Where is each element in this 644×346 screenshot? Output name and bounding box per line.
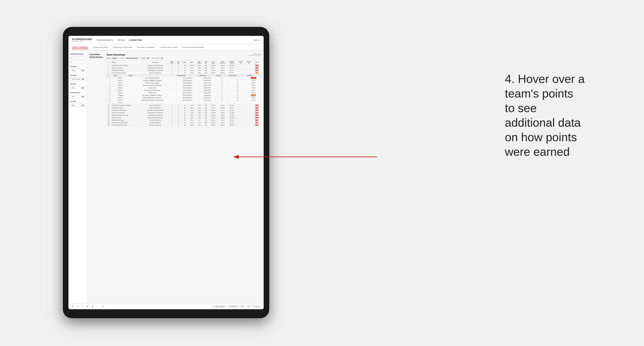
- nav-tournaments[interactable]: TOURNAMENTS: [96, 38, 113, 42]
- redo-button[interactable]: ↪: [76, 305, 80, 308]
- sidebar-select-school[interactable]: (All): [70, 104, 85, 107]
- expanded-row: # Team Event Event Division Event Type R…: [106, 74, 261, 104]
- sidebar-section-region: Region N/A: [70, 83, 85, 89]
- standings-title: Team Standings: [106, 53, 125, 56]
- tab-team-h2h-grid[interactable]: TEAM H2H GRID: [93, 46, 108, 49]
- points-badge[interactable]: 88.71: [255, 117, 258, 118]
- table-row[interactable]: 21University of AlabamaSoutheastern Conf…: [106, 112, 261, 114]
- exp-col-wpts: W Points: [246, 74, 261, 77]
- back-button[interactable]: ‹: [82, 305, 84, 308]
- expanded-table-row[interactable]: 9Univers...National Invitational Tournam…: [107, 84, 261, 87]
- sidebar-select-conference[interactable]: (All): [70, 95, 85, 98]
- tab-player-h2h-grid[interactable]: PLAYER H2H GRID: [160, 46, 178, 49]
- points-badge[interactable]: 80.94: [255, 124, 258, 126]
- expanded-table-row[interactable]: 8Univers...Amer An IntercollegiateNCAA D…: [107, 82, 261, 84]
- undo-button[interactable]: ↩: [71, 305, 74, 308]
- tablet-screen: SCOREBOARD Powered by clippi TOURNAMENTS…: [68, 36, 264, 309]
- col-low-rnds: LowRnds 25: [218, 60, 227, 64]
- app-logo: SCOREBOARD: [72, 38, 92, 40]
- expanded-table-row[interactable]: 6Univers...Arizona State UniversityNCAA …: [107, 77, 261, 79]
- sidebar: Minimum Rounds Gender Men's Division NC: [68, 51, 87, 303]
- main-nav: TOURNAMENTS TEAMS COMMITTEE: [96, 38, 253, 42]
- table-row[interactable]: 20University of New MexicoMountain West …: [106, 109, 261, 112]
- col-school: School: [111, 60, 142, 64]
- tab-player-summary[interactable]: PLAYER SUMMARY: [137, 46, 155, 49]
- col-low-score: LowScore: [209, 60, 218, 64]
- col-vs25: Vs Top25: [236, 60, 245, 64]
- exp-col-rounds: Rounds: [216, 74, 228, 77]
- expanded-table-row[interactable]: 15East Ter...DFCC Fighting Illini Invita…: [107, 97, 261, 99]
- table-row[interactable]: 26The Ohio State UniversityBig Ten Confe…: [106, 124, 261, 126]
- nav-committee[interactable]: COMMITTEE: [129, 38, 142, 42]
- annotation-text: 4. Hover over ateam's pointsto seeadditi…: [505, 72, 630, 159]
- points-badge[interactable]: 88.48: [255, 112, 258, 113]
- table-row[interactable]: 25University of North FloridaASUN Confer…: [106, 122, 261, 124]
- expanded-table-row[interactable]: 13Univers...Williams CupNCAA Division IS…: [107, 92, 261, 94]
- tablet-device: SCOREBOARD Powered by clippi TOURNAMENTS…: [63, 27, 269, 318]
- sidebar-select-division[interactable]: NCAA Division I: [70, 78, 85, 81]
- exp-col-div: Event Division: [176, 74, 199, 77]
- table-row[interactable]: 23Duke UniversityAtlantic Coast Conferen…: [106, 117, 261, 119]
- col-conference: Conference: [142, 60, 168, 64]
- points-badge[interactable]: 83.89: [255, 122, 258, 123]
- points-badge[interactable]: 74.01: [255, 119, 258, 121]
- table-row[interactable]: 18University of California, BerkeleyPac-…: [106, 104, 261, 107]
- col-adj-score: Adj.Score: [196, 60, 203, 64]
- sign-out-link[interactable]: Sign out: [254, 39, 260, 41]
- table-row[interactable]: 3 Vanderbilt University Southeastern Con…: [106, 69, 261, 72]
- clock-button[interactable]: 🕐: [101, 305, 105, 308]
- points-badge[interactable]: 88.07: [255, 105, 258, 106]
- filter-division: Division: NCAA Division I: [120, 57, 138, 59]
- table-row[interactable]: 1 University of North Carolina Atlantic …: [106, 64, 261, 67]
- bottom-toolbar: ↩ ↪ ‹ ⚙ ⊕ ··· 🕐 📄 View: Original 👁 Watch…: [68, 303, 264, 309]
- tab-team-summary[interactable]: TEAM SUMMARY: [72, 46, 88, 49]
- standings-header: Team Standings Update time:13/03/2024 10…: [106, 53, 261, 56]
- app-header: SCOREBOARD Powered by clippi TOURNAMENTS…: [68, 36, 264, 44]
- expanded-table-row[interactable]: 12Florida I...The Cypress Point ClassicN…: [107, 89, 261, 92]
- col-bnds: Bnds: [182, 60, 188, 64]
- table-row[interactable]: 2 Auburn University Southeastern Confere…: [106, 67, 261, 69]
- nav-teams[interactable]: TEAMS: [117, 38, 125, 42]
- more-button[interactable]: ···: [96, 305, 100, 308]
- sidebar-select-gender[interactable]: Men's: [70, 69, 85, 72]
- view-original-button[interactable]: 📄 View: Original: [211, 305, 226, 308]
- table-row-highlighted[interactable]: 4 Arizona State University Pac-12 Confer…: [106, 72, 261, 74]
- toolbar-right: 📄 View: Original 👁 Watch ▾ 💬 ⊞ ↗ Share: [211, 305, 261, 308]
- sidebar-input-min-rounds-2[interactable]: [70, 60, 85, 63]
- expand-button[interactable]: ⊞: [246, 305, 250, 308]
- expanded-table-row[interactable]: 17Univers...: [107, 102, 261, 104]
- tab-team-h2h-heatmap[interactable]: TEAM H2H HEATMAP: [113, 46, 132, 49]
- tab-player-h2h-heatmap[interactable]: PLAYER H2H HEATMAP: [182, 46, 204, 49]
- table-row[interactable]: 19University of TexasBig 12 Conference 3…: [106, 107, 261, 109]
- expanded-table-row[interactable]: 14GeorgiaBen Hogan Collegiate Invitation…: [107, 94, 261, 97]
- sidebar-section-conference: Conference (All): [70, 92, 85, 98]
- filter-gender: Gender: Men's: [106, 57, 117, 59]
- sidebar-label-min-rounds: Minimum Rounds: [70, 53, 85, 55]
- expanded-table-row[interactable]: 16Univers...2023 Sahalee Players Champio…: [107, 99, 261, 102]
- col-wins: Wins: [188, 60, 196, 64]
- points-badge-highlighted[interactable]: 79.5: [256, 72, 258, 73]
- table-row[interactable]: 22Mississippi State UniversitySoutheaste…: [106, 114, 261, 117]
- points-badge[interactable]: 93.31: [255, 67, 258, 69]
- expanded-table-row[interactable]: 11Univers...Copper CupNCAA Division IMat…: [107, 87, 261, 89]
- sidebar-section-gender: Gender Men's: [70, 66, 85, 72]
- points-badge[interactable]: 88.49: [255, 110, 258, 111]
- points-badge[interactable]: 83.41: [255, 115, 258, 116]
- portal-header: CommitteePortal Review Team Standings Up…: [90, 53, 261, 126]
- settings-button[interactable]: ⚙: [86, 305, 89, 308]
- sidebar-section-min-rounds: Minimum Rounds: [70, 53, 85, 63]
- points-badge[interactable]: 88.70: [255, 107, 258, 108]
- table-row[interactable]: 24University of OregonPac-12 Conference …: [106, 119, 261, 122]
- copy-button[interactable]: ⊕: [91, 305, 94, 308]
- filter-region: Region: All: [141, 57, 149, 59]
- share-button[interactable]: ↗ Share: [252, 305, 261, 308]
- points-badge[interactable]: 90.20: [255, 70, 258, 71]
- expanded-table-row[interactable]: 7Univers...Southern Highlands Collegiate…: [107, 79, 261, 82]
- sidebar-input-min-rounds[interactable]: [70, 56, 85, 59]
- col-overall: OverallRecord: [227, 60, 236, 64]
- comment-button[interactable]: 💬: [240, 305, 244, 308]
- expanded-table: # Team Event Event Division Event Type R…: [106, 74, 261, 104]
- watch-button[interactable]: 👁 Watch ▾: [228, 305, 238, 308]
- points-badge[interactable]: 97.02: [255, 65, 258, 66]
- sidebar-select-region[interactable]: N/A: [70, 86, 85, 89]
